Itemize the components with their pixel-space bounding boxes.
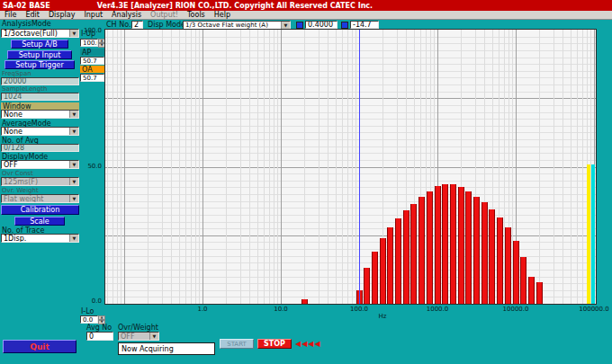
y-axis-labels: 100.050.00.0 [77,30,103,304]
spectrum-bar [372,252,378,304]
ovr-weight-bottom-label: Ovr/Weight [118,324,158,332]
menu-item-display[interactable]: Display [44,11,80,19]
cursor-line[interactable] [359,30,360,304]
average-mode-select[interactable]: None ▼ [1,127,79,136]
no-of-avg-value: 0/128 [1,144,79,152]
scale-lower-spinner[interactable]: ▲ ▼ [98,315,105,324]
cursor-x-color-swatch [296,22,303,29]
spectrum-bar [458,187,464,304]
analysis-mode-label: AnalysisMode [2,21,51,28]
title-info: Ver4.3E [Analyzer] RION CO.,LTD. Copyrig… [97,2,373,10]
freq-span-label: FreqSpan [2,71,32,77]
spectrum-bar [482,202,488,304]
spectrum-bar [380,238,386,304]
rewind-marks-icon: ◀◀◀◀ [295,340,321,349]
menu-item-analysis[interactable]: Analysis [107,11,146,19]
ovr-const-select: 125ms(F) ▼ [1,177,79,186]
menu-item-edit[interactable]: Edit [21,11,44,19]
setup-input-button[interactable]: Setup Input [7,50,72,59]
ovr-weight-select: Flat weight ▼ [1,194,79,203]
x-tick-label: 100.0 [350,306,368,313]
ovr-const-value: 125ms(F) [2,178,69,185]
menu-item-output: Output! [146,11,183,19]
ovr-weight-bottom-select: OFF ▼ [118,332,159,341]
window-select[interactable]: None ▼ [1,110,79,119]
no-of-trace-select[interactable]: 1Disp. ▼ [1,234,79,243]
spectrum-bar [403,210,410,304]
spectrum-bar [528,277,535,305]
spectrum-bar [450,184,456,304]
freq-span-value: 20000 [1,77,79,85]
no-of-trace-value: 1Disp. [2,235,69,242]
y-tick-label: 50.0 [87,164,102,170]
app-title: SA-02 BASE [3,2,50,10]
avg-no-value: 0 [86,332,113,341]
spectrum-bar [395,218,401,304]
app-window: SA-02 BASE Ver4.3E [Analyzer] RION CO.,L… [0,0,612,364]
spectrum-bar [302,299,308,304]
setup-ab-button[interactable]: Setup A/B [11,40,68,49]
title-bar: SA-02 BASE Ver4.3E [Analyzer] RION CO.,L… [0,0,612,11]
spectrum-bar [465,191,472,304]
overall-bar-ap [587,164,590,304]
ovr-const-label: Ovr Const [2,171,33,177]
spectrum-bar [435,186,441,304]
start-button: START [220,339,254,349]
x-axis-labels: 1.010.0100.01000.010000.0100000.0Hz [105,306,596,321]
display-mode-select[interactable]: OFF ▼ [1,160,79,169]
x-tick-label: 1000.0 [427,306,449,313]
y-tick-label: 0.0 [92,298,102,305]
disp-mode-value: 1/3 Octave Flat weight (A) [184,22,281,29]
y-tick-label: 100.0 [84,28,102,34]
spectrum-bar [442,184,448,304]
scale-lower-label: I-Lo [81,308,94,315]
window-value: None [2,111,69,118]
spectrum-bar [387,227,393,304]
menu-item-help[interactable]: Help [210,11,235,19]
menu-item-input[interactable]: Input [79,11,107,19]
stop-button[interactable]: STOP [257,339,292,349]
spectrum-bar [497,218,503,304]
ovr-weight-bottom-value: OFF [119,333,149,340]
spectrum-bar [364,268,370,304]
chevron-down-icon: ▼ [149,333,158,340]
calibration-button[interactable]: Calibration [1,205,79,215]
menu-item-tools[interactable]: Tools [183,11,210,19]
spectrum-bar [505,227,511,304]
menu-bar: File Edit Display Input Analysis Output!… [0,11,612,20]
avg-no-label: Avg No [86,324,112,332]
spectrum-bar [520,257,526,304]
cursor-x-readout: 0.4000 [305,21,338,29]
chevron-down-icon: ▼ [281,22,290,29]
x-tick-label: 100000.0 [579,306,608,313]
spectrum-bar [536,282,543,304]
status-text: Now Acquiring [122,345,174,353]
plot-area[interactable] [104,29,597,305]
overall-bar-oa [591,164,595,304]
status-box: Now Acquiring [118,342,215,355]
x-axis-unit: Hz [379,314,387,320]
setup-trigger-button[interactable]: Setup Trigger [4,60,75,69]
sample-length-label: SampleLength [2,86,47,93]
analysis-mode-value: 1/3octave(Full) [2,30,69,37]
spectrum-bar [513,241,519,304]
spectrum-bar [427,191,433,304]
scale-lower-value[interactable]: 0.0 [80,315,98,324]
cursor-y-color-swatch [341,22,348,29]
x-tick-label: 10000.0 [503,306,529,313]
ovr-weight-value: Flat weight [2,195,69,202]
x-tick-label: 10.0 [274,306,288,313]
ovr-weight-label: Ovr. Weight [2,188,39,194]
disp-mode-label: Disp Mode [148,22,185,29]
sample-length-value: 1024 [1,93,79,101]
menu-item-file[interactable]: File [0,11,21,19]
x-tick-label: 1.0 [197,306,207,313]
analysis-mode-select[interactable]: 1/3octave(Full) ▼ [1,29,79,38]
spectrum-bar [489,209,495,304]
quit-button[interactable]: Quit [3,340,76,353]
average-mode-value: None [2,128,69,135]
spectrum-bar [473,197,480,304]
spectrum-bar [410,204,417,304]
ch-no-value[interactable]: 2 [131,21,143,29]
scale-button[interactable]: Scale [14,217,65,226]
